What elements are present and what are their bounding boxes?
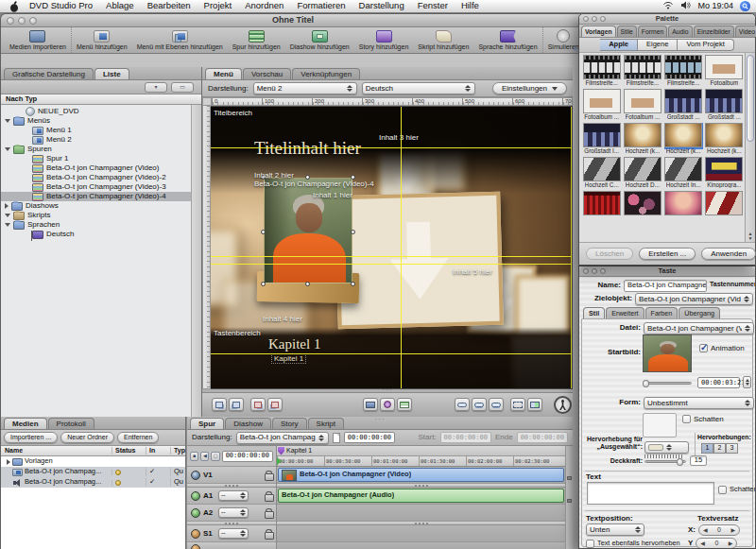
track-a1[interactable]: Beta-O-t jon Champagner (Audio) [277, 488, 565, 505]
close-button[interactable] [583, 16, 589, 22]
end-field[interactable]: 00:00:00:00 [517, 432, 568, 443]
track-s1[interactable] [277, 525, 565, 542]
increment-arrow-icon[interactable]: ▶ [730, 527, 735, 534]
scroll-arrows[interactable]: ▲▼ [746, 232, 755, 241]
palette-tab[interactable]: Vorlagen [581, 26, 616, 37]
video-clip[interactable]: Beta-O-t jon Champagner (Video) [278, 468, 564, 482]
guide-horizontal[interactable] [211, 264, 572, 265]
template-thumbnail[interactable] [623, 191, 662, 225]
toolbar-button[interactable]: Menü mit Ebenen hinzufügen [132, 27, 228, 53]
template-thumbnail[interactable]: Hochzeit (k... [664, 123, 703, 157]
step-back-button[interactable]: ◀ [200, 452, 209, 461]
close-button[interactable] [583, 268, 589, 274]
lock-icon[interactable] [265, 491, 272, 500]
template-thumbnail[interactable]: Fotoalbum ... [582, 89, 621, 123]
menu-item[interactable]: Darstellung [352, 1, 411, 11]
track-header-a2[interactable]: A2 -- [187, 505, 276, 522]
template-thumbnail[interactable]: Großstadt ... [664, 89, 703, 123]
apply-button[interactable]: Anwenden [701, 248, 756, 260]
column-name[interactable]: Name [1, 447, 112, 455]
template-thumbnail[interactable]: Fotoalbum ... [623, 89, 662, 123]
button-style-button[interactable] [380, 398, 395, 411]
button-marks-shape-button[interactable] [489, 398, 504, 411]
button-shape-button[interactable] [455, 398, 470, 411]
tab-list-view[interactable]: Liste [94, 68, 129, 79]
tree-item[interactable]: Menü 2 [1, 135, 191, 145]
form-select[interactable]: Unbestimmt [644, 397, 754, 409]
lock-icon[interactable] [265, 471, 272, 479]
target-select[interactable]: Beta-O-t jon Champagner (Video)-4 [635, 293, 753, 305]
tree-item[interactable]: Beta-O-t jon Champagner (Video) [1, 163, 191, 173]
zoom-button[interactable] [600, 16, 606, 22]
selection-handle[interactable] [305, 282, 310, 286]
opacity-value-field[interactable]: 15 [690, 455, 707, 466]
tree-item[interactable]: Deutsch [1, 230, 191, 239]
animation-checkbox[interactable] [699, 344, 708, 352]
media-row[interactable]: Beta-O-t jon Champag... ✓ Qu [1, 477, 185, 488]
tree-item[interactable]: Spuren [1, 145, 191, 154]
track-v1[interactable]: Beta-O-t jon Champagner (Video) [277, 467, 565, 484]
menu-canvas[interactable]: Titelbereich Titelinhalt hier Inhalt 3 h… [211, 106, 573, 389]
tab-script[interactable]: Skript [308, 418, 344, 429]
settings-button[interactable]: Einstellungen [492, 82, 567, 94]
guide-horizontal[interactable] [211, 256, 572, 257]
window-title-bar[interactable]: Ohne Titel [1, 14, 585, 27]
mini-icon[interactable] [567, 499, 572, 503]
remove-button[interactable]: Entfernen [117, 432, 159, 443]
tab-menu[interactable]: Menü [205, 68, 242, 79]
tree-item[interactable]: NEUE_DVD [1, 107, 191, 116]
media-row[interactable]: Vorlagen [1, 456, 185, 467]
button-name-field[interactable]: Beta-O-t jon Champagner [624, 280, 707, 292]
still-frame-slider[interactable] [643, 382, 692, 385]
template-thumbnail[interactable]: Hochzeit C... [582, 157, 621, 191]
canvas-label-inhalt-2[interactable]: Inhalt 2 hier [254, 171, 294, 180]
column-typ[interactable]: Typ [170, 447, 185, 455]
button-drop-shape-button[interactable] [472, 398, 487, 411]
track-splitter[interactable] [187, 522, 276, 525]
track-header-v1[interactable]: V1 [187, 467, 276, 484]
column-in[interactable]: In [146, 447, 170, 455]
toolbar-button[interactable]: Story hinzufügen [354, 27, 414, 53]
column-status[interactable]: Status [112, 447, 146, 455]
spotlight-icon[interactable] [740, 1, 750, 11]
start-field[interactable]: 00:00:00:00 [440, 432, 491, 443]
template-thumbnail[interactable]: Fotoalbum [705, 55, 744, 89]
toolbar-button[interactable]: Medien importieren [5, 27, 71, 53]
disclosure-triangle-icon[interactable] [7, 459, 10, 465]
template-thumbnail[interactable]: Hochzeit (k... [623, 123, 662, 157]
canvas-label-inhalt-5[interactable]: Inhalt 5 hier [453, 267, 492, 276]
disclosure-triangle-icon[interactable] [5, 223, 10, 227]
opacity-slider[interactable] [644, 460, 686, 463]
asset-folder-button[interactable] [363, 398, 378, 411]
menu-item[interactable]: Bearbeiten [141, 1, 198, 11]
palette-tab[interactable]: Stile [617, 26, 637, 37]
disclosure-triangle-icon[interactable] [5, 147, 10, 151]
arrange-forward-button[interactable] [229, 398, 244, 411]
arrange-backward-button[interactable] [267, 398, 283, 411]
selection-handle[interactable] [261, 282, 266, 286]
create-button[interactable]: Erstellen ... [639, 248, 696, 260]
file-select[interactable]: Beta-O-t jon Champagner (Video) [644, 322, 754, 335]
disclosure-triangle-icon[interactable] [5, 119, 10, 123]
guide-horizontal[interactable] [211, 353, 572, 354]
inspector-title-bar[interactable]: Taste [579, 266, 755, 277]
toolbar-button[interactable]: Spur hinzufügen [228, 27, 285, 53]
subtitle-stream-select[interactable]: -- [218, 528, 249, 539]
guide-vertical[interactable] [571, 107, 572, 388]
selection-handle[interactable] [351, 230, 355, 234]
template-thumbnail[interactable]: Großstadt I... [582, 123, 621, 157]
palette-segment-button[interactable]: Eigene [638, 39, 678, 51]
still-timecode-field[interactable]: 00:00:03:21 [697, 377, 740, 388]
disclosure-triangle-icon[interactable] [5, 214, 10, 217]
audio-track-icon[interactable] [191, 508, 200, 518]
slider-thumb[interactable] [677, 458, 683, 466]
track-header-a1[interactable]: A1 -- [187, 488, 276, 505]
audio-stream-select[interactable]: -- [218, 490, 249, 501]
menu-item[interactable]: Ablage [99, 1, 141, 11]
menu-item[interactable]: Anordnen [238, 1, 290, 11]
template-thumbnail[interactable]: Hochzeit D... [623, 157, 662, 191]
language-select[interactable]: Deutsch [362, 82, 475, 94]
palette-title-bar[interactable]: Palette [579, 14, 755, 25]
guide-horizontal[interactable] [211, 147, 572, 148]
palette-segment-button[interactable]: Vom Projekt [678, 39, 733, 51]
